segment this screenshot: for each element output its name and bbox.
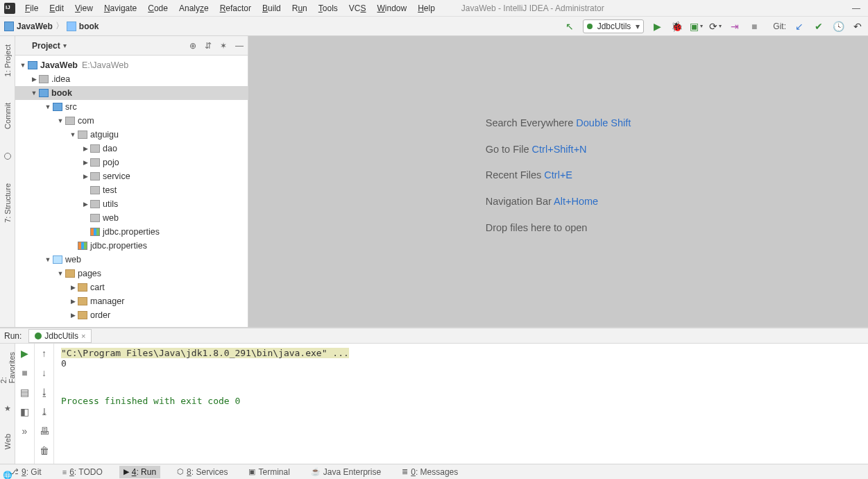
tree-root[interactable]: ▼ JavaWebE:\JavaWeb: [15, 58, 248, 72]
stop2-icon[interactable]: ■: [22, 367, 27, 378]
tree-service[interactable]: ▶ service: [15, 169, 248, 183]
profile-icon[interactable]: ⟳: [709, 20, 722, 33]
menu-code[interactable]: Code: [142, 2, 173, 15]
menu-edit[interactable]: Edit: [44, 2, 69, 15]
bottom-todo[interactable]: ≡6: TODO: [58, 466, 107, 478]
tree-pojo[interactable]: ▶ pojo: [15, 156, 248, 169]
tree-pages[interactable]: ▼ pages: [15, 267, 248, 280]
tree-book[interactable]: ▼ book: [15, 86, 248, 100]
run-icon: ▶: [124, 467, 129, 476]
locate-icon[interactable]: ⊕: [189, 41, 196, 51]
run-title: Run:: [4, 331, 22, 341]
collapse-icon[interactable]: ⇵: [205, 41, 212, 51]
run-console[interactable]: "C:\Program Files\Java\jdk1.8.0_291\bin\…: [54, 344, 868, 464]
tree-order[interactable]: ▶ order: [15, 308, 248, 322]
run-icon[interactable]: ▶: [651, 20, 663, 33]
star-icon: ★: [4, 404, 11, 413]
tree-utils[interactable]: ▶ utils: [15, 197, 248, 211]
menu-run[interactable]: Run: [287, 2, 313, 15]
menu-refactor[interactable]: Refactor: [214, 2, 257, 15]
hide-icon[interactable]: —: [235, 41, 244, 51]
tree-dao[interactable]: ▶ dao: [15, 142, 248, 156]
menu-navigate[interactable]: Navigate: [99, 2, 142, 15]
bottom-java-ee[interactable]: ☕Java Enterprise: [307, 466, 385, 478]
git-commit-icon[interactable]: ✔: [812, 20, 825, 33]
project-title[interactable]: Project: [32, 41, 60, 51]
layout-icon[interactable]: ▤: [20, 387, 29, 398]
menu-tools[interactable]: Tools: [313, 2, 343, 15]
tab-project[interactable]: 1: Project: [3, 42, 12, 79]
folder-icon: [39, 75, 49, 83]
coverage-icon[interactable]: ▣: [690, 20, 702, 33]
window-title: JavaWeb - IntelliJ IDEA - Administrator: [461, 3, 604, 13]
tree-webroot[interactable]: ▼ web: [15, 253, 248, 267]
package-icon: [78, 131, 87, 139]
run-left-gutter: 2: Favorites ★ Web 🌐: [0, 344, 15, 464]
stop-icon[interactable]: ■: [748, 20, 760, 33]
more-icon[interactable]: »: [22, 426, 28, 437]
build-icon[interactable]: ↖: [563, 20, 576, 33]
tree-test[interactable]: test: [15, 183, 248, 197]
project-dropdown-icon[interactable]: ▾: [63, 42, 67, 49]
breadcrumb[interactable]: JavaWeb 〉 book: [4, 20, 99, 32]
hint-nav: Navigation Bar Alt+Home: [486, 189, 631, 215]
navigation-row: JavaWeb 〉 book ↖ JdbcUtils ▶ 🐞 ▣ ⟳ ⇥ ■ G…: [0, 17, 868, 36]
run-config-dropdown[interactable]: JdbcUtils: [583, 19, 645, 33]
console-exit: Process finished with exit code 0: [61, 396, 861, 406]
tree-src[interactable]: ▼ src: [15, 100, 248, 114]
tree-com[interactable]: ▼ com: [15, 114, 248, 128]
bottom-services[interactable]: ⬡8: Services: [173, 466, 232, 478]
tree-cart[interactable]: ▶ cart: [15, 280, 248, 294]
up-icon[interactable]: ↑: [42, 348, 46, 359]
tab-web[interactable]: Web: [3, 434, 12, 449]
menu-help[interactable]: Help: [412, 2, 441, 15]
git-rollback-icon[interactable]: ↶: [851, 20, 864, 33]
git-update-icon[interactable]: ↙: [793, 20, 806, 33]
run-tool-col-1: ▶ ■ ▤ ◧ »: [15, 344, 35, 464]
scroll-icon[interactable]: ⤓: [40, 406, 49, 417]
breadcrumb-root: JavaWeb: [17, 22, 53, 31]
tab-commit[interactable]: Commit: [3, 100, 12, 132]
tree-jdbc-props[interactable]: jdbc.properties: [15, 225, 248, 239]
menu-build[interactable]: Build: [257, 2, 287, 15]
tab-favorites[interactable]: 2: Favorites: [0, 352, 16, 383]
todo-icon: ≡: [62, 468, 67, 476]
web-icon: [53, 255, 62, 264]
tree-idea[interactable]: ▶ .idea: [15, 72, 248, 86]
tree-webpkg[interactable]: web: [15, 211, 248, 225]
trash-icon[interactable]: 🗑: [40, 445, 49, 456]
menu-bar: FFileile Edit View Navigate Code Analyze…: [0, 0, 868, 17]
bottom-messages[interactable]: ≣0: Messages: [398, 466, 462, 478]
run-tab[interactable]: JdbcUtils ×: [28, 329, 92, 343]
close-icon[interactable]: ×: [81, 332, 85, 340]
commit-icon: [4, 153, 11, 160]
package-icon: [90, 186, 100, 194]
menu-window[interactable]: Window: [371, 2, 412, 15]
attach-icon[interactable]: ⇥: [729, 20, 741, 33]
run-header: Run: JdbcUtils ×: [0, 328, 868, 344]
git-history-icon[interactable]: 🕓: [832, 20, 844, 33]
softwrap-icon[interactable]: ⭳: [40, 387, 49, 398]
tree-manager[interactable]: ▶ manager: [15, 294, 248, 308]
menu-view[interactable]: View: [69, 2, 99, 15]
rerun-icon[interactable]: ▶: [21, 348, 28, 359]
menu-file[interactable]: FFileile: [19, 2, 44, 15]
module-icon: [28, 61, 37, 69]
tab-structure[interactable]: 7: Structure: [3, 180, 12, 226]
folder-icon: [65, 269, 75, 278]
src-icon: [53, 103, 62, 111]
minimize-icon[interactable]: —: [851, 3, 861, 13]
editor-area[interactable]: Search Everywhere Double Shift Go to Fil…: [248, 36, 868, 327]
bottom-terminal[interactable]: ▣Terminal: [244, 466, 293, 478]
menu-vcs[interactable]: VCS: [343, 2, 372, 15]
tree-atguigu[interactable]: ▼ atguigu: [15, 128, 248, 142]
menu-analyze[interactable]: Analyze: [173, 2, 214, 15]
down-icon[interactable]: ↓: [42, 367, 46, 378]
project-tree[interactable]: ▼ JavaWebE:\JavaWeb ▶ .idea ▼ book ▼ src…: [15, 56, 248, 327]
print-icon[interactable]: 🖶: [40, 426, 49, 437]
bottom-run[interactable]: ▶4: Run: [119, 466, 160, 478]
tree-jdbc-props-2[interactable]: jdbc.properties: [15, 239, 248, 253]
debug-icon[interactable]: 🐞: [670, 20, 683, 33]
pin-icon[interactable]: ◧: [20, 406, 29, 417]
settings-icon[interactable]: ✶: [220, 41, 227, 51]
